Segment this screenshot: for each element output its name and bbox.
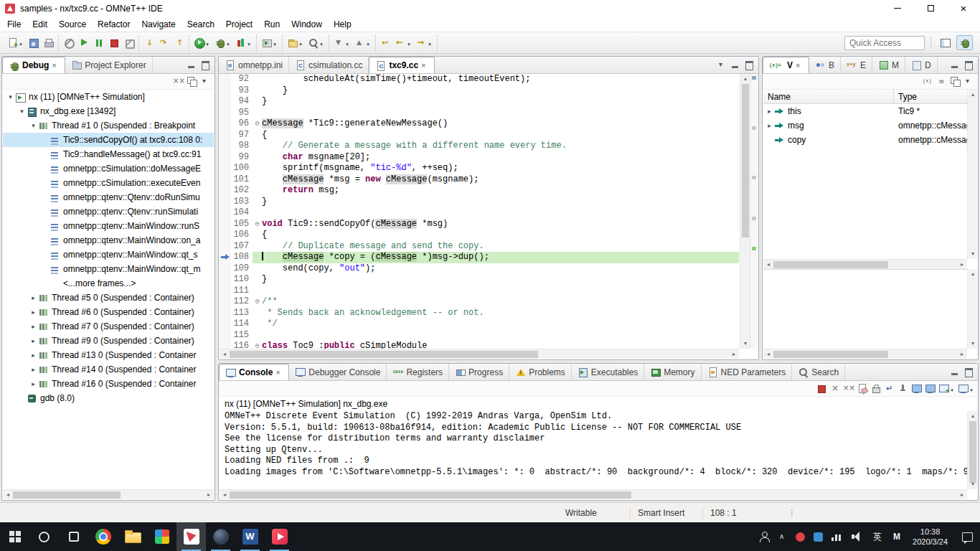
display-selected-console-button[interactable] [957,382,975,395]
start-taskbar-button[interactable] [0,522,29,551]
perspective-simulation-button[interactable] [937,35,953,50]
debug-tree-item[interactable]: ▸Thread #9 0 (Suspended : Container) [3,334,214,348]
fold-collapse-icon[interactable]: ⊖ [253,118,262,130]
scroll-down-icon[interactable] [968,249,978,259]
console-view-tab-memory[interactable]: Memory [644,364,701,380]
scrollbar-thumb[interactable] [230,491,631,499]
search-taskbar-button[interactable] [29,522,59,551]
scroll-right-icon[interactable] [957,490,967,500]
code-line-body[interactable] [253,108,739,119]
menu-search[interactable]: Search [182,18,220,31]
dropdown-caret-icon[interactable] [204,38,210,48]
dropdown-caret-icon[interactable] [18,38,24,48]
detail-vertical-scrollbar[interactable] [967,269,977,349]
debug-tree-item[interactable]: omnetpp::cSimulation::executeEven [3,176,214,190]
variables-view-tab-e[interactable]: E [841,57,872,73]
collapse-all-button[interactable] [186,75,198,88]
scroll-right-icon[interactable] [957,349,967,359]
fold-collapse-icon[interactable]: ⊖ [253,341,262,349]
code-line-body[interactable]: // Generate a message with a different n… [253,141,739,152]
code-line-body[interactable]: } [253,197,739,208]
dropdown-caret-icon[interactable] [298,38,303,48]
scrollbar-thumb[interactable] [969,421,976,483]
code-line-body[interactable]: return msg; [253,185,739,197]
variables-view-tab-b[interactable]: B [809,57,841,73]
column-header-type[interactable]: Type [894,90,967,103]
collapse-all-button[interactable] [949,75,961,88]
minimize-button[interactable] [881,0,914,17]
chrome-taskbar-button[interactable] [88,522,118,551]
view-menu-button[interactable] [199,75,212,88]
code-line-body[interactable]: cMessage *msg = new cMessage(msgname); [253,174,739,186]
step-over-button[interactable] [157,35,171,51]
tray-red-tray-button[interactable] [791,522,809,551]
expand-icon[interactable]: ▸ [765,108,774,115]
word-wrap-button[interactable] [883,382,895,395]
print-button[interactable] [42,35,55,51]
code-line-body[interactable]: // Duplicate message and send the copy. [253,241,739,253]
minimize-editor-button[interactable] [730,59,742,71]
dropdown-caret-icon[interactable] [365,38,371,48]
dropdown-caret-icon[interactable] [406,38,412,48]
debug-button[interactable] [213,35,232,51]
menu-help[interactable]: Help [328,18,357,31]
search-button[interactable] [306,35,326,51]
ime-indicator[interactable]: M [887,522,906,551]
editor-vertical-scrollbar[interactable] [740,74,750,349]
console-horizontal-scrollbar[interactable] [220,489,967,499]
variable-row[interactable]: ▸msgomnetpp::cMessage [763,118,967,133]
close-tab-icon[interactable] [796,60,803,70]
maximize-button[interactable] [914,0,947,17]
maximize-view-button[interactable] [963,59,975,71]
menu-edit[interactable]: Edit [27,18,53,31]
code-line-body[interactable] [253,207,739,219]
debug-tree-item[interactable]: gdb (8.0) [3,391,214,405]
scrollbar-thumb[interactable] [230,351,538,358]
code-line-body[interactable]: char msgname[20]; [253,152,739,164]
media-app-taskbar-button[interactable] [265,522,294,551]
dropdown-caret-icon[interactable] [319,38,324,48]
variables-view-tab-d[interactable]: D [905,57,938,73]
scroll-up-icon[interactable] [968,90,978,100]
debug-tree-item[interactable]: omnetpp::qtenv::MainWindow::qt_s [3,248,214,262]
word-taskbar-button[interactable] [235,522,265,551]
omnetpp-ide-taskbar-button[interactable] [176,522,206,551]
dropdown-caret-icon[interactable] [225,38,231,48]
collapse-icon[interactable]: ▾ [17,108,27,115]
expand-icon[interactable]: ▸ [765,122,774,129]
code-line-body[interactable]: { [253,130,739,141]
dropdown-caret-icon[interactable] [969,384,974,394]
console-vertical-scrollbar[interactable] [967,411,977,489]
remove-all-terminated-button[interactable] [172,75,184,88]
debug-tree-item[interactable]: omnetpp::qtenv::MainWindow::runS [3,219,214,233]
debug-tree-item[interactable]: ▸Thread #6 0 (Suspended : Container) [3,305,214,319]
dropdown-caret-icon[interactable] [272,38,278,48]
code-line-body[interactable] [253,330,739,342]
taskbar-clock[interactable]: 10:38 2020/3/24 [906,527,954,547]
detail-horizontal-scrollbar[interactable] [763,349,967,359]
previous-annotation-button[interactable] [353,35,372,51]
debug-horizontal-scrollbar[interactable] [3,489,214,499]
step-into-button[interactable] [142,35,156,51]
expand-icon[interactable]: ▸ [29,309,38,316]
scroll-up-icon[interactable] [968,269,978,279]
terminate-button[interactable] [107,35,121,51]
scrollbar-thumb[interactable] [13,491,121,499]
open-console-button[interactable] [938,382,956,395]
scroll-left-icon[interactable] [3,490,13,500]
forward-button[interactable] [415,35,434,51]
terminate-button[interactable] [815,382,827,395]
code-editor[interactable]: 92 scheduleAt(simTime()+timeout, timeout… [220,74,739,349]
debug-tree-item[interactable]: ▸Thread #7 0 (Suspended : Container) [3,319,214,334]
scroll-down-icon[interactable] [968,339,978,349]
code-line-body[interactable]: scheduleAt(simTime()+timeout, timeoutEve… [253,74,739,85]
debug-tree-item[interactable]: ▸Thread #5 0 (Suspended : Container) [3,291,214,305]
collapse-icon[interactable]: ▾ [29,122,38,129]
show-console-on-error-button[interactable] [924,382,936,395]
last-edit-location-button[interactable] [379,35,392,51]
variable-row[interactable]: copyomnetpp::cMessage [763,133,967,147]
scroll-left-icon[interactable] [763,260,773,270]
menu-source[interactable]: Source [53,18,92,31]
variables-horizontal-scrollbar[interactable] [763,259,967,269]
scroll-lock-button[interactable] [870,382,882,395]
